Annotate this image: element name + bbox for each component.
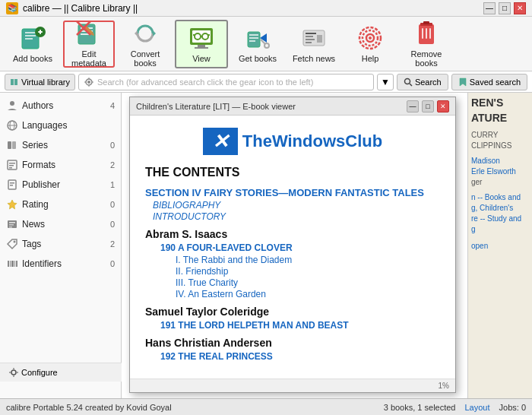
rating-count: 0 (110, 200, 115, 209)
svg-rect-30 (249, 40, 255, 42)
sidebar-item-identifiers[interactable]: Identifiers 0 (0, 254, 121, 274)
svg-marker-15 (153, 30, 156, 36)
convert-books-label: Convert books (122, 49, 168, 68)
fetch-news-button[interactable]: Fetch news (287, 20, 340, 68)
minimize-button[interactable]: — (483, 2, 496, 14)
help-label: Help (362, 54, 379, 63)
svg-rect-52 (89, 78, 90, 79)
layout-label[interactable]: Layout (465, 403, 490, 412)
status-right: 3 books, 1 selected Layout Jobs: 0 (384, 403, 526, 412)
languages-label: Languages (22, 120, 111, 131)
sidebar-item-formats[interactable]: Formats 2 (0, 155, 121, 175)
svg-rect-81 (14, 261, 15, 267)
search-button[interactable]: Search (397, 74, 448, 90)
svg-rect-33 (306, 33, 316, 34)
right-panel: REN'S ATURE CURRY CLIPPINGS Madison Erle… (467, 93, 532, 398)
series-icon (6, 139, 18, 151)
svg-rect-6 (40, 30, 41, 34)
get-books-icon (244, 24, 271, 52)
ebook-viewer-controls[interactable]: — □ ✕ (407, 100, 449, 112)
tags-count: 2 (110, 239, 115, 249)
search-input-container[interactable]: Search (for advanced search click the ge… (78, 74, 374, 90)
ebook-introductory: INTRODUCTORY (153, 211, 440, 222)
add-books-button[interactable]: Add books (6, 20, 59, 68)
svg-rect-63 (8, 141, 11, 149)
sidebar: Authors 4 Languages Series (0, 93, 122, 398)
ebook-close-button[interactable]: ✕ (437, 100, 449, 112)
identifiers-icon (6, 258, 18, 270)
virtual-library-label: Virtual library (21, 78, 70, 87)
configure-icon (9, 368, 18, 377)
window-title: calibre — || Calibre Library || (23, 3, 138, 14)
sidebar-item-publisher[interactable]: Publisher 1 (0, 175, 121, 195)
svg-rect-79 (10, 261, 11, 267)
svg-point-59 (10, 101, 14, 106)
saved-search-button[interactable]: Saved search (451, 74, 527, 90)
svg-rect-54 (84, 81, 86, 82)
authors-label: Authors (22, 100, 106, 111)
remove-books-icon (413, 20, 440, 47)
svg-marker-72 (8, 200, 17, 209)
remove-books-button[interactable]: Remove books (400, 20, 453, 68)
svg-rect-20 (195, 47, 208, 49)
remove-books-label: Remove books (404, 49, 449, 68)
ebook-content[interactable]: ✕ TheWindowsClub THE CONTENTS SECTION IV… (130, 116, 455, 379)
publisher-count: 1 (110, 180, 115, 189)
edit-metadata-icon (75, 20, 103, 47)
close-button[interactable]: ✕ (514, 2, 526, 14)
svg-rect-75 (9, 224, 14, 226)
ebook-author-3: Hans Christian Andersen (145, 337, 440, 349)
search-dropdown-arrow[interactable]: ▼ (378, 77, 393, 87)
sidebar-item-rating[interactable]: Rating 0 (0, 195, 121, 214)
sidebar-item-news[interactable]: News 0 (0, 214, 121, 234)
svg-point-31 (264, 43, 269, 48)
bookmark-icon (458, 78, 467, 87)
main-content: REN'S ATURE CURRY CLIPPINGS Madison Erle… (122, 93, 532, 398)
convert-books-button[interactable]: Convert books (119, 20, 172, 68)
edit-metadata-button[interactable]: Edit metadata (62, 20, 116, 68)
news-icon (6, 218, 18, 230)
ebook-statusbar: 1% (130, 379, 455, 392)
sidebar-item-series[interactable]: Series 0 (0, 135, 121, 155)
search-button-label: Search (415, 78, 442, 87)
view-button[interactable]: View (175, 20, 228, 68)
svg-rect-86 (9, 372, 11, 373)
svg-point-41 (369, 36, 372, 40)
ebook-chapter-1-1: I. The Rabbi and the Diadem (176, 255, 440, 265)
rating-icon (6, 198, 18, 211)
svg-rect-85 (14, 375, 14, 377)
ebook-minimize-button[interactable]: — (407, 100, 419, 112)
svg-rect-29 (249, 37, 258, 39)
ebook-maximize-button[interactable]: □ (422, 100, 434, 112)
sidebar-item-tags[interactable]: Tags 2 (0, 234, 121, 254)
gear-icon (84, 77, 94, 87)
svg-rect-87 (17, 372, 18, 373)
svg-rect-46 (426, 28, 427, 39)
sidebar-item-authors[interactable]: Authors 4 (0, 96, 121, 116)
svg-point-56 (404, 78, 410, 84)
get-books-button[interactable]: Get books (231, 20, 284, 68)
authors-count: 4 (110, 101, 115, 110)
series-count: 0 (110, 141, 115, 150)
sidebar-item-languages[interactable]: Languages (0, 116, 121, 135)
svg-rect-37 (317, 35, 322, 43)
ebook-work-2: 191 THE LORD HELPETH MAN AND BEAST (160, 320, 440, 331)
svg-rect-1 (25, 32, 36, 33)
ebook-chapter-1-3: III. True Charity (176, 277, 440, 288)
svg-rect-82 (16, 261, 17, 267)
tags-label: Tags (22, 239, 106, 249)
ebook-author-1: Abram S. Isaacs (145, 228, 440, 240)
publisher-icon (6, 179, 18, 191)
app-icon: 📚 (6, 2, 18, 14)
ebook-chapter-1-4: IV. An Eastern Garden (176, 289, 440, 299)
fetch-news-label: Fetch news (293, 54, 335, 63)
window-controls[interactable]: — □ ✕ (483, 2, 526, 14)
maximize-button[interactable]: □ (499, 2, 511, 14)
configure-button[interactable]: Configure (5, 366, 62, 379)
svg-rect-28 (249, 34, 258, 36)
search-bar: Virtual library Search (for advanced sea… (0, 71, 532, 93)
help-button[interactable]: Help (344, 20, 397, 68)
svg-rect-55 (92, 81, 93, 82)
virtual-library-button[interactable]: Virtual library (5, 74, 75, 90)
news-count: 0 (110, 220, 115, 229)
